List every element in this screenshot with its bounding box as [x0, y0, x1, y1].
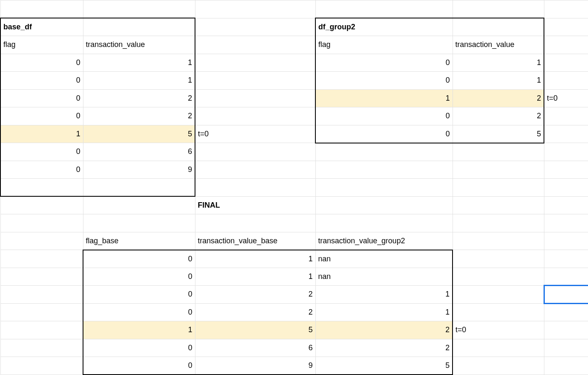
base-flag[interactable]: 0 — [0, 89, 83, 107]
base-flag[interactable]: 0 — [0, 54, 83, 72]
cell[interactable] — [315, 143, 453, 161]
cell[interactable] — [453, 286, 544, 304]
data-row[interactable]: 0 9 — [0, 161, 588, 179]
spreadsheet-grid[interactable]: base_df df_group2 flag transaction_value… — [0, 0, 588, 375]
final-txn-base[interactable]: 9 — [195, 357, 315, 375]
cell[interactable] — [0, 321, 83, 339]
data-row[interactable]: 0 6 — [0, 143, 588, 161]
cell[interactable] — [0, 214, 83, 232]
g2-flag-highlight[interactable]: 1 — [315, 89, 453, 107]
final-txn-g2[interactable]: nan — [315, 268, 453, 286]
base-flag[interactable]: 0 — [0, 107, 83, 125]
cell[interactable] — [0, 232, 83, 250]
cell[interactable] — [453, 303, 544, 321]
final-txn-g2[interactable]: 1 — [315, 303, 453, 321]
cell[interactable] — [453, 18, 544, 36]
cell[interactable] — [83, 214, 195, 232]
cell[interactable] — [195, 143, 315, 161]
data-row[interactable]: 0 2 0 2 — [0, 107, 588, 125]
base-txn[interactable]: 9 — [83, 161, 195, 179]
cell[interactable] — [0, 357, 83, 375]
cell[interactable] — [0, 303, 83, 321]
base-flag[interactable]: 0 — [0, 161, 83, 179]
cell[interactable] — [195, 179, 315, 197]
cell[interactable] — [544, 268, 588, 286]
data-row[interactable]: 0 1 nan — [0, 250, 588, 268]
base-flag-highlight[interactable]: 1 — [0, 125, 83, 143]
cell[interactable] — [544, 214, 588, 232]
spreadsheet[interactable]: base_df df_group2 flag transaction_value… — [0, 0, 588, 375]
cell[interactable] — [453, 357, 544, 375]
g2-flag[interactable]: 0 — [315, 72, 453, 90]
cell[interactable] — [453, 214, 544, 232]
row-final-title[interactable]: FINAL — [0, 196, 588, 214]
base-txn[interactable]: 1 — [83, 54, 195, 72]
final-flag[interactable]: 0 — [83, 339, 195, 357]
row-titles[interactable]: base_df df_group2 — [0, 18, 588, 36]
cell[interactable] — [0, 339, 83, 357]
cell[interactable] — [544, 196, 588, 214]
cell[interactable] — [453, 268, 544, 286]
final-txn-g2[interactable]: 5 — [315, 357, 453, 375]
data-row[interactable]: 0 9 5 — [0, 357, 588, 375]
final-flag[interactable]: 0 — [83, 250, 195, 268]
final-txn-base[interactable]: 1 — [195, 250, 315, 268]
data-row[interactable]: 0 1 0 1 — [0, 54, 588, 72]
cell[interactable] — [315, 161, 453, 179]
final-txn-g2[interactable]: 2 — [315, 339, 453, 357]
cell[interactable] — [544, 250, 588, 268]
cell[interactable] — [195, 54, 315, 72]
cell[interactable] — [544, 339, 588, 357]
cell[interactable] — [453, 250, 544, 268]
cell[interactable] — [544, 107, 588, 125]
g2-txn[interactable]: 2 — [453, 107, 544, 125]
row-final-headers[interactable]: flag_base transaction_value_base transac… — [0, 232, 588, 250]
cell[interactable] — [315, 196, 453, 214]
cell[interactable] — [544, 54, 588, 72]
cell[interactable] — [315, 214, 453, 232]
data-row[interactable] — [0, 179, 588, 197]
cell[interactable] — [195, 89, 315, 107]
cell[interactable] — [0, 179, 83, 197]
data-row[interactable] — [0, 214, 588, 232]
cell[interactable] — [544, 232, 588, 250]
g2-flag[interactable]: 0 — [315, 107, 453, 125]
cell[interactable] — [195, 107, 315, 125]
cell[interactable] — [453, 339, 544, 357]
final-flag[interactable]: 0 — [83, 357, 195, 375]
cell[interactable] — [83, 179, 195, 197]
final-txn-g2-highlight[interactable]: 2 — [315, 321, 453, 339]
cell[interactable] — [195, 161, 315, 179]
final-flag[interactable]: 0 — [83, 286, 195, 304]
final-txn-base[interactable]: 6 — [195, 339, 315, 357]
cell[interactable] — [453, 179, 544, 197]
active-cell-selection[interactable] — [544, 286, 588, 304]
g2-txn[interactable]: 5 — [453, 125, 544, 143]
cell[interactable] — [83, 196, 195, 214]
data-row[interactable]: 0 1 0 1 — [0, 72, 588, 90]
data-row[interactable]: 0 6 2 — [0, 339, 588, 357]
final-txn-base[interactable]: 2 — [195, 303, 315, 321]
final-txn-base[interactable]: 2 — [195, 286, 315, 304]
cell[interactable] — [0, 250, 83, 268]
g2-txn-highlight[interactable]: 2 — [453, 89, 544, 107]
cell[interactable] — [544, 303, 588, 321]
g2-flag[interactable]: 0 — [315, 125, 453, 143]
data-row[interactable]: 0 1 nan — [0, 268, 588, 286]
cell[interactable] — [195, 72, 315, 90]
cell[interactable] — [195, 18, 315, 36]
final-txn-g2[interactable]: nan — [315, 250, 453, 268]
cell[interactable] — [544, 143, 588, 161]
cell[interactable] — [544, 72, 588, 90]
cell[interactable] — [0, 268, 83, 286]
final-flag[interactable]: 0 — [83, 268, 195, 286]
base-txn[interactable]: 2 — [83, 89, 195, 107]
cell[interactable] — [0, 196, 83, 214]
data-row[interactable]: 0 2 1 — [0, 286, 588, 304]
cell[interactable] — [544, 179, 588, 197]
data-row[interactable]: 0 2 1 2 t=0 — [0, 89, 588, 107]
cell[interactable] — [544, 357, 588, 375]
cell[interactable] — [544, 18, 588, 36]
final-flag[interactable]: 0 — [83, 303, 195, 321]
final-txn-base[interactable]: 1 — [195, 268, 315, 286]
